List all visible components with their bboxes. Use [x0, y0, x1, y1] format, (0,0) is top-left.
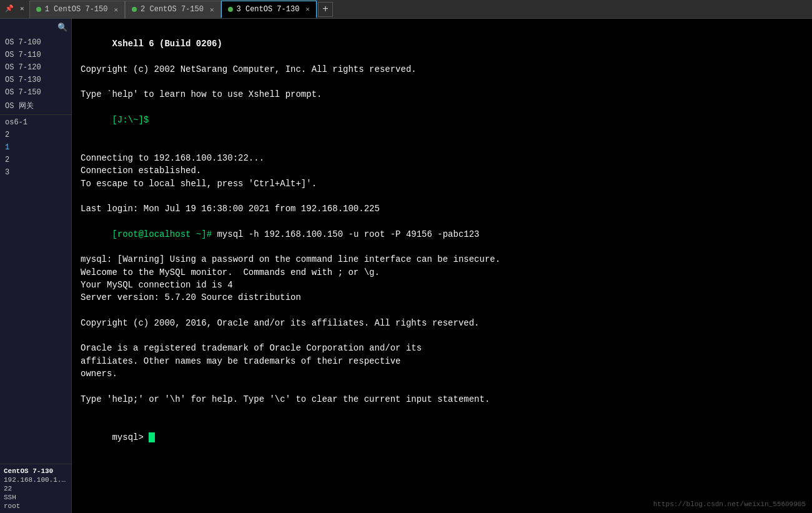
- sidebar-item-os7-110[interactable]: OS 7-110: [0, 49, 71, 61]
- cursor: [149, 432, 155, 442]
- terminal-mysql-prompt: mysql>: [81, 418, 803, 456]
- terminal-oracle-tm1: Oracle is a registered trademark of Orac…: [81, 342, 803, 354]
- tab-1-label: 1 CentOS 7-150: [45, 5, 108, 14]
- terminal-oracle-tm3: owners.: [81, 367, 803, 380]
- terminal-area[interactable]: Xshell 6 (Build 0206) Copyright (c) 2002…: [72, 19, 812, 513]
- terminal-mysql-conn-id: Your MySQL connection id is 4: [81, 279, 803, 291]
- sidebar-item-sub-3[interactable]: 3: [0, 166, 71, 179]
- terminal-banner-line4: Type `help' to learn how to use Xshell p…: [81, 88, 803, 101]
- tab-3[interactable]: 3 CentOS 7-130 ✕: [221, 1, 317, 18]
- tab-2-dot: [132, 7, 137, 12]
- main-area: 🔍 OS 7-100 OS 7-110 OS 7-120 OS 7-130 OS…: [0, 19, 812, 513]
- session-ip: 192.168.100.1...: [4, 476, 67, 484]
- sidebar-search[interactable]: 🔍: [0, 21, 71, 34]
- tab-3-dot: [228, 7, 233, 12]
- tab-1-dot: [36, 7, 41, 12]
- tab-3-label: 3 CentOS 7-130: [237, 5, 300, 14]
- tab-2-close[interactable]: ✕: [210, 6, 214, 14]
- terminal-escape: To escape to local shell, press 'Ctrl+Al…: [81, 177, 803, 190]
- close-all-icon[interactable]: ✕: [17, 4, 27, 14]
- sidebar-item-sub-2b[interactable]: 2: [0, 154, 71, 166]
- terminal-blank7: [81, 406, 803, 418]
- tab-2-label: 2 CentOS 7-150: [141, 5, 204, 14]
- terminal-last-login: Last login: Mon Jul 19 16:38:00 2021 fro…: [81, 202, 803, 215]
- sidebar-item-os6-1[interactable]: os6-1: [0, 116, 71, 129]
- tab-3-close[interactable]: ✕: [305, 5, 310, 13]
- terminal-connecting: Connecting to 192.168.100.130:22...: [81, 152, 803, 164]
- tab-bar-controls: 📌 ✕: [2, 4, 27, 14]
- terminal-banner-line2: Copyright (c) 2002 NetSarang Computer, I…: [81, 63, 803, 76]
- watermark: https://blog.csdn.net/weixin_55609905: [653, 501, 806, 508]
- terminal-banner-line1: Xshell 6 (Build 0206): [81, 25, 803, 63]
- terminal-blank4: [81, 304, 803, 317]
- session-info-panel: CentOS 7-130 192.168.100.1... 22 SSH roo…: [0, 464, 71, 513]
- session-user: root: [4, 502, 67, 511]
- session-title: CentOS 7-130: [4, 467, 67, 476]
- tab-1[interactable]: 1 CentOS 7-150 ✕: [29, 1, 125, 18]
- tab-1-close[interactable]: ✕: [114, 6, 118, 14]
- sidebar-item-os7-120[interactable]: OS 7-120: [0, 61, 71, 74]
- session-port: 22: [4, 484, 67, 493]
- terminal-mysql-welcome: Welcome to the MySQL monitor. Commands e…: [81, 266, 803, 279]
- sidebar: 🔍 OS 7-100 OS 7-110 OS 7-120 OS 7-130 OS…: [0, 19, 72, 513]
- terminal-blank2: [81, 139, 803, 152]
- sidebar-item-os-gateway[interactable]: OS 网关: [0, 99, 71, 113]
- terminal-blank5: [81, 329, 803, 342]
- terminal-oracle-copyright: Copyright (c) 2000, 2016, Oracle and/or …: [81, 317, 803, 329]
- sidebar-item-sub-2a[interactable]: 2: [0, 129, 71, 141]
- sidebar-divider: [0, 114, 71, 115]
- terminal-blank1: [81, 76, 803, 88]
- session-protocol: SSH: [4, 493, 67, 502]
- tab-add-button[interactable]: +: [318, 2, 333, 17]
- sidebar-item-os7-150[interactable]: OS 7-150: [0, 86, 71, 99]
- terminal-oracle-tm2: affiliates. Other names may be trademark…: [81, 355, 803, 367]
- terminal-mysql-warning: mysql: [Warning] Using a password on the…: [81, 253, 803, 266]
- terminal-established: Connection established.: [81, 164, 803, 177]
- pin-icon[interactable]: 📌: [2, 4, 16, 14]
- terminal-mysql-cmd: [root@localhost ~]# mysql -h 192.168.100…: [81, 215, 803, 253]
- sidebar-item-sub-1[interactable]: 1: [0, 141, 71, 154]
- terminal-help-hint: Type 'help;' or '\h' for help. Type '\c'…: [81, 393, 803, 406]
- mysql-prompt-text: mysql>: [112, 432, 149, 442]
- terminal-prompt-local: [J:\~]$: [81, 101, 803, 139]
- terminal-blank6: [81, 380, 803, 392]
- sidebar-item-os7-100[interactable]: OS 7-100: [0, 36, 71, 49]
- tab-bar: 📌 ✕ 1 CentOS 7-150 ✕ 2 CentOS 7-150 ✕ 3 …: [0, 0, 812, 19]
- root-prompt: [root@localhost ~]#: [112, 229, 217, 239]
- mysql-command: mysql -h 192.168.100.150 -u root -P 4915…: [217, 229, 479, 239]
- tab-2[interactable]: 2 CentOS 7-150 ✕: [125, 1, 220, 18]
- search-icon[interactable]: 🔍: [57, 22, 67, 32]
- terminal-mysql-version: Server version: 5.7.20 Source distributi…: [81, 291, 803, 304]
- sidebar-item-os7-130[interactable]: OS 7-130: [0, 74, 71, 86]
- local-prompt: [J:\~]$: [112, 115, 149, 125]
- terminal-blank3: [81, 190, 803, 202]
